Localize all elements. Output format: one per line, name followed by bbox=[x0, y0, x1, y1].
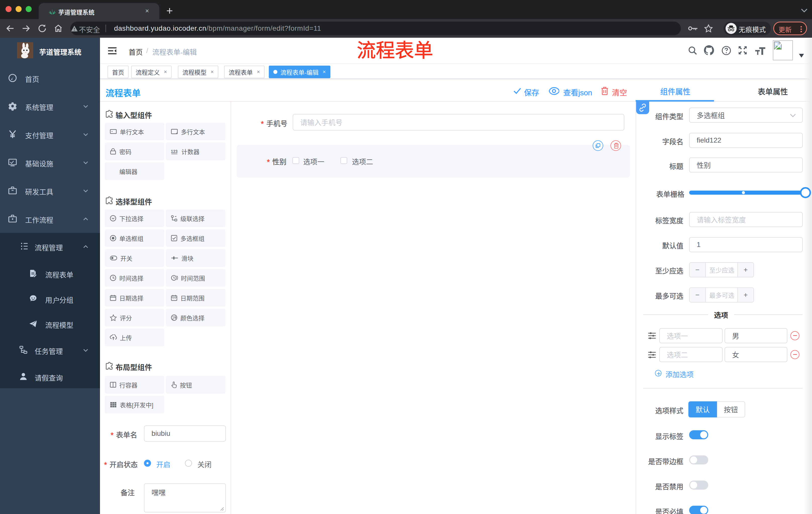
svg-text:123: 123 bbox=[171, 150, 178, 154]
